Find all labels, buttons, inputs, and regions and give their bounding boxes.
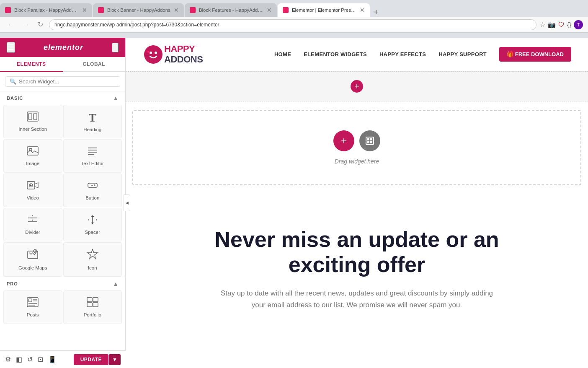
free-download-button[interactable]: 🎁 FREE DOWNLOAD — [499, 47, 571, 62]
search-input[interactable] — [19, 78, 116, 85]
sidebar-tabs: ELEMENTS GLOBAL — [0, 57, 125, 72]
tab-favicon-2 — [98, 7, 104, 13]
widget-image-label: Image — [26, 161, 39, 166]
drag-widget-text: Drag widget here — [335, 158, 379, 165]
basic-section-header[interactable]: BASIC ▲ — [0, 91, 125, 105]
svg-rect-3 — [27, 147, 38, 155]
svg-marker-19 — [91, 215, 94, 217]
widget-text-editor-label: Text Editor — [81, 161, 104, 166]
basic-section-title: BASIC — [7, 96, 23, 101]
drag-template-button[interactable] — [359, 130, 380, 151]
widget-posts[interactable]: Posts — [3, 290, 62, 324]
widget-text-editor[interactable]: Text Editor — [63, 139, 122, 173]
menu-home[interactable]: HOME — [274, 51, 291, 57]
content-subtext: Stay up to date with all the recent news… — [214, 288, 499, 312]
pro-section-collapse-icon: ▲ — [113, 280, 119, 287]
widget-divider-label: Divider — [25, 230, 40, 235]
google-maps-icon — [27, 249, 39, 263]
tab-favicon-3 — [190, 7, 196, 13]
browser-tab-2[interactable]: Block Banner - HappyAddons ✕ — [93, 3, 184, 17]
widget-google-maps-label: Google Maps — [18, 265, 47, 270]
widget-image[interactable]: Image — [3, 139, 62, 173]
widget-portfolio-label: Portfolio — [84, 312, 101, 317]
tab-global[interactable]: GLOBAL — [63, 57, 126, 71]
svg-point-36 — [144, 45, 162, 64]
spacer-icon — [87, 215, 98, 227]
profile-button[interactable]: T — [574, 20, 583, 29]
update-dropdown-button[interactable]: ▼ — [109, 354, 121, 365]
tab-close-2[interactable]: ✕ — [174, 7, 179, 13]
widget-icon[interactable]: Icon — [63, 242, 122, 277]
menu-happy-support[interactable]: HAPPY SUPPORT — [438, 51, 487, 57]
update-button[interactable]: UPDATE — [74, 354, 108, 365]
forward-button[interactable]: → — [20, 20, 32, 29]
preview-button[interactable]: ⊡ — [38, 355, 43, 363]
svg-point-38 — [155, 52, 157, 54]
tab-title-2: Block Banner - HappyAddons — [107, 8, 170, 13]
widget-heading-label: Heading — [83, 127, 101, 132]
drag-add-button[interactable]: + — [333, 130, 354, 151]
history-button[interactable]: ↺ — [27, 355, 33, 363]
tab-title-3: Block Features - HappyAddons — [199, 8, 263, 13]
tab-elements[interactable]: ELEMENTS — [0, 57, 63, 72]
widget-spacer[interactable]: Spacer — [63, 208, 122, 241]
widget-google-maps[interactable]: Google Maps — [3, 242, 62, 277]
icon-widget-icon — [87, 249, 98, 263]
add-section-row: + — [126, 71, 588, 101]
logo-addons: ADDONS — [164, 54, 203, 65]
grid-button[interactable]: ⠿ — [112, 43, 119, 52]
svg-marker-16 — [32, 215, 34, 216]
tab-favicon-4 — [283, 7, 289, 13]
layers-button[interactable]: ◧ — [16, 355, 22, 363]
back-button[interactable]: ← — [5, 20, 17, 29]
sidebar-collapse-toggle[interactable]: ◀ — [124, 194, 130, 211]
svg-point-39 — [147, 51, 150, 53]
address-bar[interactable]: ringo.happymonster.me/wp-admin/post.php?… — [49, 19, 536, 30]
screenshot-button[interactable]: 📷 — [548, 20, 556, 29]
tab-title-1: Block Parallax - HappyAddons — [14, 8, 79, 13]
logo-happy: HAPPY — [164, 44, 203, 54]
menu-elementor-widgets[interactable]: ELEMENTOR WIDGETS — [304, 51, 367, 57]
widget-icon-label: Icon — [88, 265, 97, 270]
tab-close-3[interactable]: ✕ — [267, 7, 272, 13]
basic-section: BASIC ▲ Inner Section — [0, 91, 125, 277]
settings-button[interactable]: ⚙ — [5, 355, 11, 363]
widget-button[interactable]: Button — [63, 174, 122, 207]
extensions-button[interactable]: {} — [567, 20, 571, 29]
browser-tab-3[interactable]: Block Features - HappyAddons ✕ — [185, 3, 277, 17]
reload-button[interactable]: ↻ — [35, 20, 46, 29]
svg-rect-0 — [27, 112, 38, 121]
tab-favicon-1 — [5, 7, 11, 13]
bookmark-button[interactable]: ☆ — [540, 20, 545, 29]
widget-button-label: Button — [85, 195, 99, 200]
browser-tab-4[interactable]: Elementor | Elementor Preset... ✕ — [278, 3, 370, 17]
sidebar: ☰ elementor ⠿ ELEMENTS GLOBAL 🔍 BASIC — [0, 38, 126, 368]
widget-portfolio[interactable]: Portfolio — [63, 290, 122, 324]
video-icon — [27, 180, 39, 193]
drag-zone-buttons: + — [333, 130, 380, 151]
widget-inner-section[interactable]: Inner Section — [3, 105, 62, 138]
site-menu: HOME ELEMENTOR WIDGETS HAPPY EFFECTS HAP… — [274, 47, 571, 62]
menu-happy-effects[interactable]: HAPPY EFFECTS — [379, 51, 426, 57]
canvas-inner: HAPPY ADDONS HOME ELEMENTOR WIDGETS HAPP… — [126, 38, 588, 368]
hamburger-button[interactable]: ☰ — [7, 42, 15, 53]
template-icon — [365, 136, 374, 145]
toolbar-left-actions: ⚙ ◧ ↺ ⊡ 📱 — [5, 355, 57, 363]
tab-close-4[interactable]: ✕ — [360, 7, 365, 13]
widget-video[interactable]: Video — [3, 174, 62, 207]
new-tab-button[interactable]: + — [371, 8, 382, 17]
responsive-button[interactable]: 📱 — [48, 355, 57, 363]
pro-widgets-grid: Posts Portfolio — [0, 290, 125, 345]
widget-heading[interactable]: T Heading — [63, 105, 122, 138]
pro-section-header[interactable]: PRO ▲ — [0, 277, 125, 290]
tab-close-1[interactable]: ✕ — [82, 7, 87, 13]
widget-divider[interactable]: Divider — [3, 208, 62, 241]
svg-rect-44 — [370, 141, 372, 143]
svg-rect-35 — [93, 303, 98, 307]
inner-section-icon — [27, 111, 39, 124]
svg-rect-34 — [87, 303, 92, 307]
canvas: HAPPY ADDONS HOME ELEMENTOR WIDGETS HAPP… — [126, 38, 588, 368]
add-section-button[interactable]: + — [351, 80, 363, 93]
browser-tab-1[interactable]: Block Parallax - HappyAddons ✕ — [0, 3, 92, 17]
shield-icon[interactable]: 🛡 — [558, 20, 565, 29]
